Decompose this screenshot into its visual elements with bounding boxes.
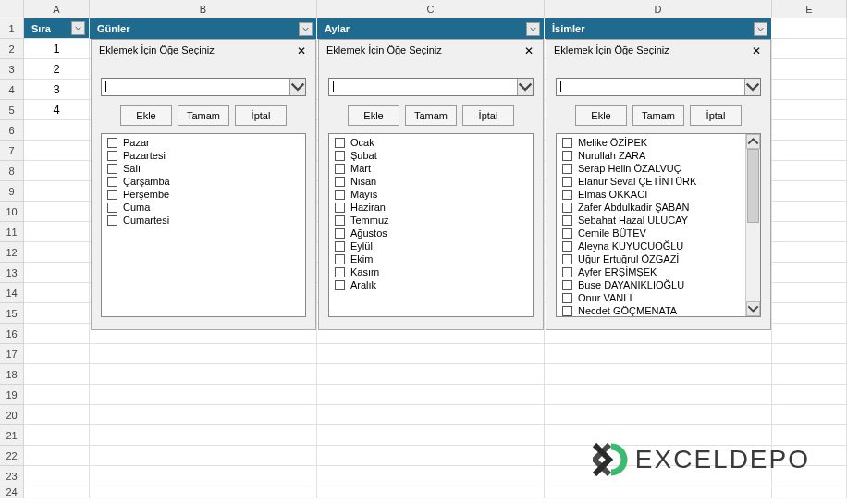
cell-A10[interactable] [24, 202, 90, 222]
checkbox-icon[interactable] [107, 215, 117, 226]
cell-B18[interactable] [90, 364, 317, 385]
combo-box[interactable] [556, 78, 761, 96]
list-item[interactable]: Nisan [331, 175, 531, 188]
list-item[interactable]: Mart [331, 162, 531, 175]
scroll-down-icon[interactable] [746, 301, 760, 316]
ekle-button[interactable]: Ekle [348, 105, 399, 126]
cell-B24[interactable] [90, 486, 317, 498]
cell-A15[interactable] [24, 303, 90, 324]
cell-A2[interactable]: 1 [24, 39, 90, 59]
cell-A5[interactable]: 4 [24, 100, 90, 120]
cell-A13[interactable] [24, 263, 90, 283]
cell-E14[interactable] [772, 283, 847, 303]
cell-E11[interactable] [772, 222, 847, 242]
list-item[interactable]: Eylül [331, 240, 531, 252]
list-item[interactable]: Uğur Ertuğrul ÖZGAZİ [559, 252, 758, 265]
row-header-6[interactable]: 6 [0, 120, 24, 141]
row-header-13[interactable]: 13 [0, 263, 24, 283]
close-icon[interactable]: ✕ [522, 44, 535, 57]
combo-box[interactable] [328, 78, 534, 96]
list-item[interactable]: Nurullah ZARA [559, 149, 758, 162]
scroll-up-icon[interactable] [746, 134, 760, 149]
cell-E4[interactable] [772, 80, 847, 100]
cell-C22[interactable] [317, 446, 545, 466]
cell-B21[interactable] [90, 425, 317, 446]
checkbox-icon[interactable] [562, 280, 572, 290]
list-item[interactable]: Buse DAYANIKLIOĞLU [559, 278, 758, 291]
row-header-15[interactable]: 15 [0, 303, 24, 324]
scrollbar[interactable] [745, 134, 760, 316]
cell-C1[interactable]: Aylar [317, 18, 545, 39]
cell-B23[interactable] [90, 466, 317, 486]
checkbox-icon[interactable] [107, 138, 117, 148]
list-item[interactable]: Sebahat Hazal ULUCAY [559, 214, 758, 227]
checkbox-icon[interactable] [335, 228, 345, 239]
row-header-24[interactable]: 24 [0, 486, 24, 498]
select-all-corner[interactable] [0, 0, 24, 18]
list-item[interactable]: Mayıs [331, 188, 531, 201]
cell-A7[interactable] [24, 141, 90, 161]
list-item[interactable]: Aralık [331, 278, 531, 291]
checkbox-icon[interactable] [335, 267, 345, 277]
checkbox-icon[interactable] [562, 190, 572, 200]
cell-A8[interactable] [24, 161, 90, 181]
cell-A20[interactable] [24, 405, 90, 425]
checkbox-icon[interactable] [335, 151, 345, 161]
cell-E5[interactable] [772, 100, 847, 120]
cell-A23[interactable] [24, 466, 90, 486]
cell-A21[interactable] [24, 425, 90, 446]
checkbox-icon[interactable] [107, 203, 117, 213]
cell-E12[interactable] [772, 242, 847, 263]
listbox[interactable]: Melike ÖZİPEK Nurullah ZARA Serap Helin … [556, 133, 761, 317]
list-item[interactable]: Aleyna KUYUCUOĞLU [559, 240, 758, 252]
cell-C24[interactable] [317, 486, 545, 498]
cell-A22[interactable] [24, 446, 90, 466]
cell-D19[interactable] [545, 385, 772, 405]
cell-D1[interactable]: İsimler [545, 18, 772, 39]
checkbox-icon[interactable] [335, 203, 345, 213]
checkbox-icon[interactable] [335, 280, 345, 290]
cell-A11[interactable] [24, 222, 90, 242]
list-item[interactable]: Ağustos [331, 227, 531, 240]
cell-E17[interactable] [772, 344, 847, 364]
cell-E6[interactable] [772, 120, 847, 141]
listbox[interactable]: Pazar Pazartesi Salı Çarşamba Perşembe C… [101, 133, 306, 317]
cell-E16[interactable] [772, 324, 847, 344]
col-header-B[interactable]: B [90, 0, 317, 18]
cell-E7[interactable] [772, 141, 847, 161]
row-header-2[interactable]: 2 [0, 39, 24, 59]
iptal-button[interactable]: İptal [462, 105, 514, 126]
cell-A6[interactable] [24, 120, 90, 141]
chevron-down-icon[interactable] [517, 79, 533, 95]
filter-isimler[interactable] [754, 22, 767, 36]
cell-E19[interactable] [772, 385, 847, 405]
cell-B1[interactable]: Günler [90, 18, 317, 39]
list-item[interactable]: Pazar [104, 136, 303, 149]
row-header-1[interactable]: 1 [0, 18, 24, 39]
cell-D20[interactable] [545, 405, 772, 425]
cell-C17[interactable] [317, 344, 545, 364]
filter-gunler[interactable] [299, 22, 313, 36]
list-item[interactable]: Necdet GÖÇMENATA [559, 304, 758, 317]
checkbox-icon[interactable] [562, 293, 572, 303]
filter-aylar[interactable] [526, 22, 540, 36]
combo-box[interactable] [101, 78, 306, 96]
cell-A16[interactable] [24, 324, 90, 344]
row-header-22[interactable]: 22 [0, 446, 24, 466]
ekle-button[interactable]: Ekle [575, 105, 627, 126]
list-item[interactable]: Salı [104, 162, 303, 175]
checkbox-icon[interactable] [562, 164, 572, 174]
list-item[interactable]: Cuma [104, 201, 303, 214]
cell-B20[interactable] [90, 405, 317, 425]
row-header-7[interactable]: 7 [0, 141, 24, 161]
row-header-3[interactable]: 3 [0, 59, 24, 80]
cell-E15[interactable] [772, 303, 847, 324]
cell-A24[interactable] [24, 486, 90, 498]
cell-C23[interactable] [317, 466, 545, 486]
col-header-C[interactable]: C [317, 0, 545, 18]
row-header-18[interactable]: 18 [0, 364, 24, 385]
row-header-8[interactable]: 8 [0, 161, 24, 181]
checkbox-icon[interactable] [107, 164, 117, 174]
cell-E1[interactable] [772, 18, 847, 39]
list-item[interactable]: Melike ÖZİPEK [559, 136, 758, 149]
